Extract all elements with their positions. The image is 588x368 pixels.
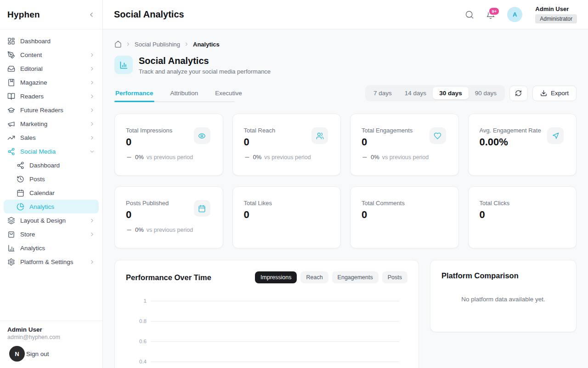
avatar[interactable]: A [507, 7, 522, 22]
gear-icon [7, 258, 15, 266]
sidebar-item-layout-design[interactable]: Layout & Design [4, 213, 99, 227]
range-90-days-button[interactable]: 90 days [469, 87, 503, 99]
chevron-left-icon [88, 11, 95, 18]
platform-empty-message: No platform data available yet. [441, 296, 565, 303]
stat-change-pct: 0% [135, 154, 144, 161]
range-30-days-button[interactable]: 30 days [433, 87, 469, 99]
share-icon [17, 161, 24, 169]
sidebar-item-label: Social Media [20, 148, 89, 155]
notifications-button[interactable]: 9+ [486, 10, 495, 19]
refresh-icon [515, 90, 522, 97]
sidebar-nav: Dashboard Content Editorial Magazine Rea… [0, 29, 102, 321]
sidebar-item-social-media[interactable]: Social Media [4, 144, 99, 158]
home-icon[interactable] [114, 40, 122, 48]
share-icon [7, 148, 15, 155]
sidebar-item-label: Dashboard [20, 38, 95, 45]
pen-tool-icon [7, 51, 15, 59]
sidebar-item-label: Platform & Settings [20, 259, 89, 265]
sidebar-item-label: Posts [29, 176, 95, 183]
stat-change-pct: 0% [253, 154, 262, 161]
sidebar-footer: Admin User admin@hyphen.com N Sign out [0, 321, 102, 368]
sidebar-item-label: Marketing [20, 121, 89, 127]
tab-attribution[interactable]: Attribution [170, 87, 199, 101]
sidebar-user-name: Admin User [7, 326, 95, 333]
sidebar-item-label: Layout & Design [20, 217, 89, 224]
sidebar-item-platform-settings[interactable]: Platform & Settings [4, 255, 99, 269]
eye-icon [194, 127, 210, 144]
chevron-right-icon [89, 93, 95, 99]
range-7-days-button[interactable]: 7 days [367, 87, 398, 99]
date-range-segmented-control: 7 days 14 days 30 days 90 days [365, 85, 505, 101]
refresh-button[interactable] [509, 86, 528, 101]
gridline [151, 301, 399, 301]
sidebar-item-sales[interactable]: Sales [4, 131, 99, 144]
range-14-days-button[interactable]: 14 days [398, 87, 433, 99]
sidebar-item-label: Future Readers [20, 107, 89, 114]
gridline [151, 362, 399, 362]
chevron-right-icon [89, 66, 95, 72]
stat-card-total-likes: Total Likes 0 [232, 186, 341, 248]
sidebar-subitem-posts[interactable]: Posts [4, 172, 99, 186]
users-icon [311, 127, 328, 144]
filter-reach-button[interactable]: Reach [300, 271, 328, 283]
tab-executive[interactable]: Executive [214, 87, 243, 101]
megaphone-icon [7, 120, 15, 128]
performance-over-time-panel: Performance Over Time Impressions Reach … [114, 260, 419, 368]
breadcrumb-social-publishing[interactable]: Social Publishing [135, 41, 180, 48]
sidebar-subitem-dashboard[interactable]: Dashboard [4, 158, 99, 172]
sidebar-item-dashboard[interactable]: Dashboard [4, 34, 99, 48]
charts-row: Performance Over Time Impressions Reach … [114, 260, 577, 368]
sidebar-item-future-readers[interactable]: Future Readers [4, 103, 99, 117]
sidebar-item-store[interactable]: Store [4, 227, 99, 241]
stat-label: Total Comments [362, 200, 447, 207]
avatar[interactable]: N [9, 346, 25, 362]
sidebar-item-analytics[interactable]: Analytics [4, 241, 99, 255]
sidebar-item-marketing[interactable]: Marketing [4, 117, 99, 131]
sidebar-subitem-calendar[interactable]: Calendar [4, 186, 99, 200]
stat-card-total-engagements: Total Engagements 0 0% vs previous perio… [350, 114, 459, 176]
notification-badge: 9+ [488, 7, 500, 16]
sidebar-item-readers[interactable]: Readers [4, 89, 99, 103]
topbar: Social Analytics 9+ A Admin User Adminis… [103, 0, 588, 29]
chevron-right-icon [89, 107, 95, 113]
export-button-label: Export [551, 90, 569, 97]
sidebar-subitem-analytics[interactable]: Analytics [4, 200, 99, 213]
sidebar-item-label: Store [20, 231, 89, 238]
breadcrumb: Social Publishing Analytics [114, 40, 577, 48]
export-button[interactable]: Export [532, 86, 577, 101]
stat-change-note: vs previous period [264, 154, 311, 161]
stat-change: 0% vs previous period [126, 154, 212, 161]
controls-row: Performance Attribution Executive 7 days… [114, 85, 577, 102]
tab-performance[interactable]: Performance [114, 87, 154, 101]
search-icon[interactable] [465, 10, 474, 19]
sidebar-item-editorial[interactable]: Editorial [4, 62, 99, 75]
y-axis-tick: 1 [126, 298, 151, 304]
stat-card-total-reach: Total Reach 0 0% vs previous period [232, 114, 341, 176]
y-axis-tick: 0.8 [126, 318, 151, 324]
inbox-icon [7, 65, 15, 73]
stat-value: 0 [362, 209, 447, 221]
sidebar-item-magazine[interactable]: Magazine [4, 75, 99, 89]
sidebar-item-label: Dashboard [29, 162, 95, 169]
sidebar: Hyphen Dashboard Content Editorial Magaz… [0, 0, 103, 368]
filter-posts-button[interactable]: Posts [382, 271, 407, 283]
minus-icon [244, 154, 250, 161]
chevron-right-icon [89, 121, 95, 127]
stat-value: 0 [244, 209, 330, 221]
sidebar-collapse-button[interactable] [88, 11, 95, 18]
platform-panel-title: Platform Comparison [441, 271, 565, 280]
stat-label: Total Likes [244, 200, 330, 207]
chevron-right-icon [89, 218, 95, 224]
sidebar-item-label: Analytics [20, 245, 95, 252]
chart-title: Performance Over Time [126, 273, 211, 282]
filter-impressions-button[interactable]: Impressions [255, 271, 297, 283]
stat-change: 0% vs previous period [126, 226, 212, 233]
filter-engagements-button[interactable]: Engagements [332, 271, 379, 283]
sidebar-header: Hyphen [0, 0, 102, 29]
gridline [151, 341, 399, 342]
dashboard-grid-icon [7, 37, 15, 45]
sidebar-item-content[interactable]: Content [4, 48, 99, 62]
sign-out-button[interactable]: Sign out [26, 351, 49, 357]
stat-change-pct: 0% [371, 154, 379, 161]
minus-icon [362, 154, 368, 161]
